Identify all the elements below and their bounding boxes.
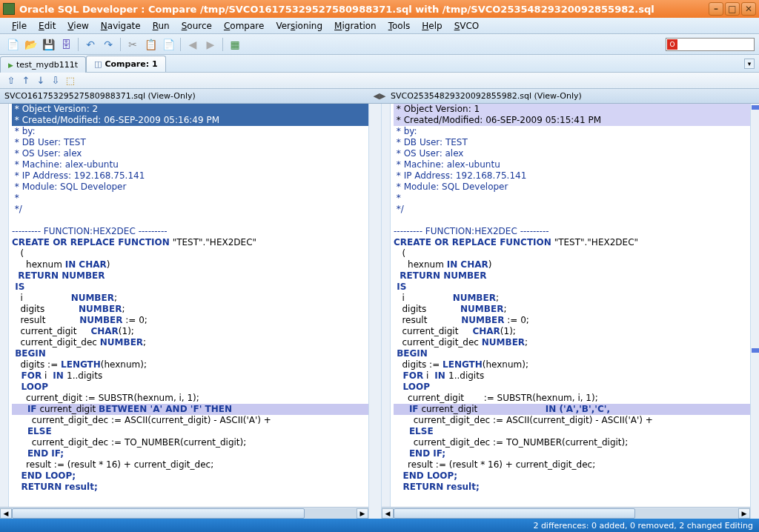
right-pane: * Object Version: 1 * Created/Modified: … bbox=[382, 104, 750, 519]
window-maximize-button[interactable]: □ bbox=[725, 2, 740, 16]
menu-migration[interactable]: Migration bbox=[328, 19, 382, 33]
main-toolbar: 📄 📂 💾 🗄 ↶ ↷ ✂ 📋 📄 ◀ ▶ ▦ O bbox=[0, 34, 759, 55]
menubar: FileEditViewNavigateRunSourceCompareVers… bbox=[0, 18, 759, 34]
diff-center-strip bbox=[368, 104, 382, 519]
window-title: Oracle SQL Developer : Compare /tmp/SVCO… bbox=[19, 4, 709, 15]
left-horizontal-scrollbar[interactable]: ◀ ▶ bbox=[0, 507, 368, 519]
redo-button[interactable]: ↷ bbox=[100, 36, 116, 53]
connection-icon bbox=[8, 60, 13, 70]
menu-run[interactable]: Run bbox=[147, 19, 176, 33]
compare-panes: * Object Version: 2 * Created/Modified: … bbox=[0, 104, 759, 519]
statusbar: 2 differences: 0 added, 0 removed, 2 cha… bbox=[0, 519, 759, 532]
copy-button[interactable]: 📋 bbox=[142, 36, 159, 53]
save-all-button[interactable]: 🗄 bbox=[58, 36, 74, 53]
menu-svco[interactable]: SVCO bbox=[448, 19, 485, 33]
editor-tabbar: test_mydb111t Compare: 1 ▾ bbox=[0, 55, 759, 73]
scroll-right-button[interactable]: ▶ bbox=[738, 508, 750, 519]
save-button[interactable]: 💾 bbox=[40, 36, 56, 53]
tab-connection-label: test_mydb111t bbox=[16, 60, 78, 70]
menu-compare[interactable]: Compare bbox=[218, 19, 270, 33]
paste-button[interactable]: 📄 bbox=[160, 36, 176, 53]
window-close-button[interactable]: ✕ bbox=[741, 2, 756, 16]
toolbar-separator bbox=[78, 38, 79, 51]
diff-navigation-bar: ⇧ ↑ ↓ ⇩ ⬚ bbox=[0, 73, 759, 89]
forward-button[interactable]: ▶ bbox=[202, 36, 219, 53]
first-diff-button[interactable]: ⇧ bbox=[4, 74, 18, 87]
toolbar-separator bbox=[120, 38, 121, 51]
diff-overview-ruler[interactable] bbox=[750, 104, 759, 519]
left-file-label: SVCO16175329527580988371.sql (View-Only) bbox=[4, 91, 196, 101]
pane-splitter-handle[interactable]: ◀▶ bbox=[373, 89, 386, 103]
menu-navigate[interactable]: Navigate bbox=[95, 19, 147, 33]
left-gutter bbox=[0, 104, 9, 507]
menu-tools[interactable]: Tools bbox=[382, 19, 417, 33]
menu-source[interactable]: Source bbox=[176, 19, 218, 33]
scroll-left-button[interactable]: ◀ bbox=[382, 508, 394, 519]
left-file-header: SVCO16175329527580988371.sql (View-Only) bbox=[0, 89, 373, 103]
toolbar-separator bbox=[222, 38, 223, 51]
sql-worksheet-button[interactable]: ▦ bbox=[227, 36, 243, 53]
menu-view[interactable]: View bbox=[62, 19, 94, 33]
file-header-row: SVCO16175329527580988371.sql (View-Only)… bbox=[0, 89, 759, 104]
right-file-header: SVCO25354829320092855982.sql (View-Only) bbox=[386, 89, 759, 103]
menu-help[interactable]: Help bbox=[416, 19, 448, 33]
window-minimize-button[interactable]: – bbox=[709, 2, 723, 16]
menu-edit[interactable]: Edit bbox=[33, 19, 62, 33]
right-horizontal-scrollbar[interactable]: ◀ ▶ bbox=[382, 507, 750, 519]
last-diff-button[interactable]: ⇩ bbox=[49, 74, 62, 87]
tabs-dropdown-button[interactable]: ▾ bbox=[744, 59, 755, 69]
right-code[interactable]: * Object Version: 1 * Created/Modified: … bbox=[391, 104, 750, 493]
window-titlebar: Oracle SQL Developer : Compare /tmp/SVCO… bbox=[0, 0, 759, 18]
tab-compare[interactable]: Compare: 1 bbox=[86, 56, 166, 72]
left-pane: * Object Version: 2 * Created/Modified: … bbox=[0, 104, 368, 519]
cut-button[interactable]: ✂ bbox=[125, 36, 141, 53]
scroll-left-button[interactable]: ◀ bbox=[0, 508, 12, 519]
scroll-right-button[interactable]: ▶ bbox=[357, 508, 368, 519]
prev-diff-button[interactable]: ↑ bbox=[19, 74, 33, 87]
next-diff-button[interactable]: ↓ bbox=[34, 74, 47, 87]
left-code[interactable]: * Object Version: 2 * Created/Modified: … bbox=[9, 104, 368, 493]
undo-button[interactable]: ↶ bbox=[82, 36, 99, 53]
compare-icon bbox=[94, 59, 102, 69]
menu-file[interactable]: File bbox=[6, 19, 33, 33]
open-button[interactable]: 📂 bbox=[22, 36, 39, 53]
oracle-icon: O bbox=[667, 39, 677, 50]
new-button[interactable]: 📄 bbox=[4, 36, 21, 53]
goto-diff-button[interactable]: ⬚ bbox=[64, 74, 77, 87]
search-box[interactable]: O bbox=[666, 38, 755, 51]
right-file-label: SVCO25354829320092855982.sql (View-Only) bbox=[391, 91, 582, 101]
menu-versioning[interactable]: Versioning bbox=[270, 19, 328, 33]
tab-compare-label: Compare: 1 bbox=[105, 59, 157, 69]
back-button[interactable]: ◀ bbox=[185, 36, 201, 53]
app-icon bbox=[3, 3, 15, 15]
tab-connection[interactable]: test_mydb111t bbox=[0, 56, 86, 73]
status-text: 2 differences: 0 added, 0 removed, 2 cha… bbox=[533, 521, 753, 531]
toolbar-separator bbox=[180, 38, 181, 51]
right-gutter bbox=[382, 104, 391, 507]
